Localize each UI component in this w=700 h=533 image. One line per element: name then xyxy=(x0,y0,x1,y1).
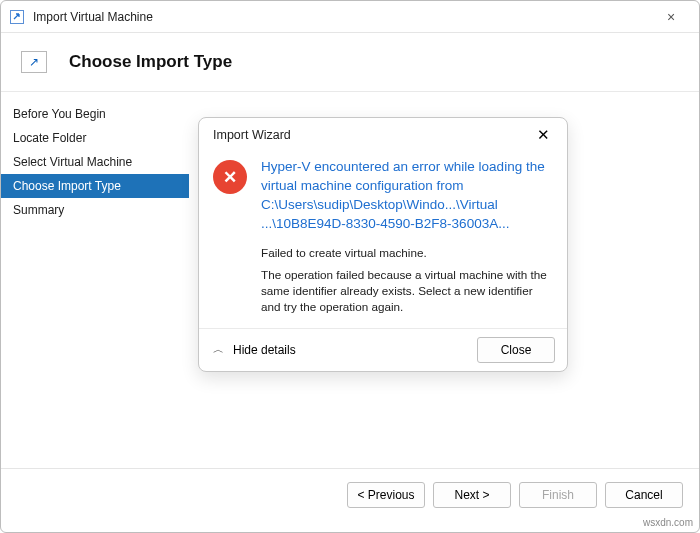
import-vm-window: Import Virtual Machine × ↗ Choose Import… xyxy=(0,0,700,533)
import-wizard-error-dialog: Import Wizard ✕ ✕ Hyper-V encountered an… xyxy=(198,117,568,372)
wizard-step-title: Choose Import Type xyxy=(69,52,232,72)
dialog-close-action-button[interactable]: Close xyxy=(477,337,555,363)
error-message: Hyper-V encountered an error while loadi… xyxy=(261,158,553,234)
finish-button: Finish xyxy=(519,482,597,508)
error-icon: ✕ xyxy=(213,160,247,194)
svg-rect-0 xyxy=(11,10,24,23)
window-title: Import Virtual Machine xyxy=(33,10,651,24)
dialog-body: ✕ Hyper-V encountered an error while loa… xyxy=(199,152,567,328)
wizard-step-icon: ↗ xyxy=(21,51,47,73)
previous-button[interactable]: < Previous xyxy=(347,482,425,508)
title-bar: Import Virtual Machine × xyxy=(1,1,699,33)
window-close-button[interactable]: × xyxy=(651,9,691,25)
hide-details-label: Hide details xyxy=(233,343,296,357)
sidebar-item-summary[interactable]: Summary xyxy=(1,198,189,222)
error-detail: The operation failed because a virtual m… xyxy=(261,267,553,316)
sidebar-item-choose-import-type[interactable]: Choose Import Type xyxy=(1,174,189,198)
app-icon xyxy=(9,9,25,25)
sidebar-item-locate-folder[interactable]: Locate Folder xyxy=(1,126,189,150)
error-subtitle: Failed to create virtual machine. xyxy=(261,246,553,259)
dialog-footer: ︿ Hide details Close xyxy=(199,328,567,371)
wizard-steps-sidebar: Before You Begin Locate Folder Select Vi… xyxy=(1,92,189,468)
wizard-header: ↗ Choose Import Type xyxy=(1,33,699,92)
chevron-up-icon: ︿ xyxy=(211,343,225,357)
dialog-title: Import Wizard xyxy=(213,128,531,142)
hide-details-toggle[interactable]: ︿ Hide details xyxy=(211,343,296,357)
sidebar-item-select-virtual-machine[interactable]: Select Virtual Machine xyxy=(1,150,189,174)
wizard-footer: < Previous Next > Finish Cancel xyxy=(1,468,699,520)
next-button[interactable]: Next > xyxy=(433,482,511,508)
sidebar-item-before-you-begin[interactable]: Before You Begin xyxy=(1,102,189,126)
dialog-title-bar: Import Wizard ✕ xyxy=(199,118,567,152)
cancel-button[interactable]: Cancel xyxy=(605,482,683,508)
attribution-text: wsxdn.com xyxy=(643,517,693,528)
dialog-close-button[interactable]: ✕ xyxy=(531,126,555,144)
